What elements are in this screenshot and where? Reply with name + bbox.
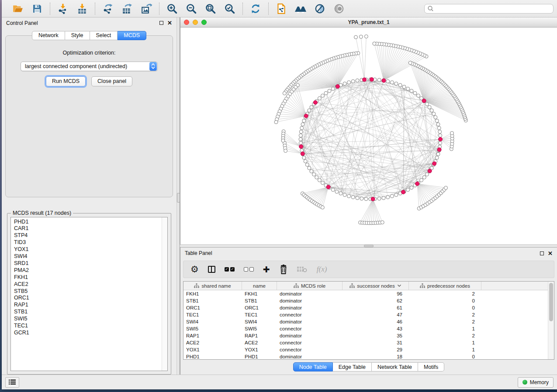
tab-style[interactable]: Style — [65, 31, 90, 40]
table-row[interactable]: FKH1FKH1dominator962 — [183, 290, 548, 297]
graph-node[interactable] — [321, 94, 325, 97]
table-scrollbar[interactable] — [548, 282, 554, 359]
mcds-result-item[interactable]: ACE2 — [14, 281, 162, 288]
graph-node[interactable] — [382, 196, 385, 200]
graph-node[interactable] — [398, 83, 402, 87]
graph-node[interactable] — [360, 197, 363, 200]
mcds-result-item[interactable]: STB5 — [14, 288, 162, 295]
search-input[interactable] — [436, 6, 550, 12]
mcds-node[interactable] — [439, 138, 443, 141]
graph-node[interactable] — [408, 61, 412, 65]
graph-node[interactable] — [428, 106, 431, 109]
graph-node[interactable] — [406, 87, 410, 90]
graph-node[interactable] — [335, 190, 339, 193]
graph-node[interactable] — [364, 35, 368, 38]
mcds-node[interactable] — [370, 78, 374, 82]
close-panel-icon[interactable]: ✕ — [167, 20, 172, 26]
split-columns-button[interactable] — [208, 266, 215, 273]
table-row[interactable]: STB1STB1dominator620 — [183, 297, 548, 304]
delete-table-button[interactable] — [297, 266, 308, 273]
graph-node[interactable] — [347, 81, 351, 84]
graph-node[interactable] — [305, 163, 309, 166]
table-tab-edge-table[interactable]: Edge Table — [333, 362, 372, 371]
splitter-handle[interactable] — [177, 193, 180, 203]
graph-node[interactable] — [438, 130, 442, 134]
graph-node[interactable] — [430, 109, 433, 112]
mcds-result-item[interactable]: ORC1 — [14, 295, 162, 302]
mcds-result-item[interactable]: GCR1 — [14, 330, 162, 337]
graph-node[interactable] — [381, 220, 384, 224]
graph-node[interactable] — [312, 173, 316, 176]
zoom-selected-button[interactable] — [223, 2, 236, 15]
graph-node[interactable] — [310, 106, 313, 109]
graph-node[interactable] — [390, 194, 394, 198]
table-tab-network-table[interactable]: Network Table — [372, 362, 418, 371]
function-builder-button[interactable]: f(x) — [317, 265, 327, 274]
graph-node[interactable] — [436, 123, 440, 126]
graph-node[interactable] — [377, 197, 381, 200]
zoom-fit-button[interactable] — [204, 2, 217, 15]
scrollbar-thumb[interactable] — [549, 283, 553, 321]
mcds-result-item[interactable]: STB1 — [14, 309, 162, 316]
refresh-button[interactable] — [249, 2, 262, 15]
select-all-button[interactable]: ✓✓ — [225, 267, 235, 272]
mcds-node[interactable] — [326, 185, 330, 189]
table-row[interactable]: TEC1TEC1connector472 — [183, 311, 548, 318]
graph-node[interactable] — [435, 119, 439, 123]
graph-node[interactable] — [386, 79, 390, 83]
graph-node[interactable] — [436, 152, 440, 156]
graph-node[interactable] — [284, 149, 287, 152]
network-graph[interactable] — [180, 28, 557, 244]
column-header-MCDS-role[interactable]: MCDS role — [277, 282, 343, 290]
graph-node[interactable] — [321, 181, 325, 185]
search-network-button[interactable] — [294, 2, 307, 15]
graph-node[interactable] — [432, 112, 436, 116]
search-box[interactable] — [424, 4, 554, 14]
table-tab-node-table[interactable]: Node Table — [293, 362, 333, 371]
mcds-node[interactable] — [371, 197, 375, 201]
table-row[interactable]: SWI5SWI5connector431 — [183, 325, 548, 332]
graph-node[interactable] — [434, 116, 437, 119]
mcds-result-item[interactable]: FKH1 — [14, 274, 162, 281]
mcds-node[interactable] — [304, 114, 308, 118]
graph-node[interactable] — [343, 82, 346, 86]
graph-node[interactable] — [437, 126, 441, 130]
graph-node[interactable] — [281, 139, 285, 142]
graph-node[interactable] — [339, 192, 343, 195]
graph-node[interactable] — [331, 87, 335, 90]
table-tab-motifs[interactable]: Motifs — [418, 362, 444, 371]
network-canvas[interactable] — [180, 28, 557, 244]
mcds-node[interactable] — [336, 85, 339, 89]
float-panel-icon[interactable] — [159, 21, 163, 25]
mcds-node[interactable] — [401, 190, 405, 194]
graph-node[interactable] — [274, 120, 278, 124]
mcds-result-list[interactable]: PHD1CAR1STP4TID3YOX1SWI4SRD1PMA2FKH1ACE2… — [10, 217, 168, 371]
graph-node[interactable] — [308, 166, 311, 170]
add-column-button[interactable]: ✚ — [263, 265, 270, 274]
column-header-name[interactable]: name — [242, 282, 277, 290]
table-settings-button[interactable]: ⚙ — [190, 265, 199, 274]
window-close-light[interactable] — [184, 20, 189, 25]
graph-node[interactable] — [304, 159, 307, 163]
splitter-handle[interactable] — [364, 245, 374, 247]
graph-node[interactable] — [373, 42, 376, 45]
open-file-button[interactable] — [11, 2, 24, 15]
mcds-node[interactable] — [432, 162, 436, 165]
graph-node[interactable] — [318, 179, 321, 182]
show-graphics-details-button[interactable] — [332, 2, 346, 15]
table-row[interactable]: ACE2ACE2connector311 — [183, 339, 548, 346]
tab-mcds[interactable]: MCDS — [118, 31, 146, 40]
graph-node[interactable] — [417, 94, 420, 97]
zoom-in-button[interactable] — [166, 2, 179, 15]
deselect-all-button[interactable] — [244, 267, 254, 272]
mcds-result-item[interactable]: SRD1 — [14, 260, 162, 267]
window-zoom-light[interactable] — [201, 20, 207, 25]
share-network-file-button[interactable] — [275, 2, 288, 15]
graph-node[interactable] — [302, 119, 306, 123]
table-row[interactable]: RAP1RAP1dominator352 — [183, 332, 548, 339]
column-header-shared-name[interactable]: shared name — [183, 282, 242, 290]
graph-node[interactable] — [324, 91, 328, 95]
graph-node[interactable] — [301, 123, 304, 126]
graph-node[interactable] — [347, 194, 351, 198]
table-row[interactable]: ORC1ORC1dominator610 — [183, 304, 548, 311]
